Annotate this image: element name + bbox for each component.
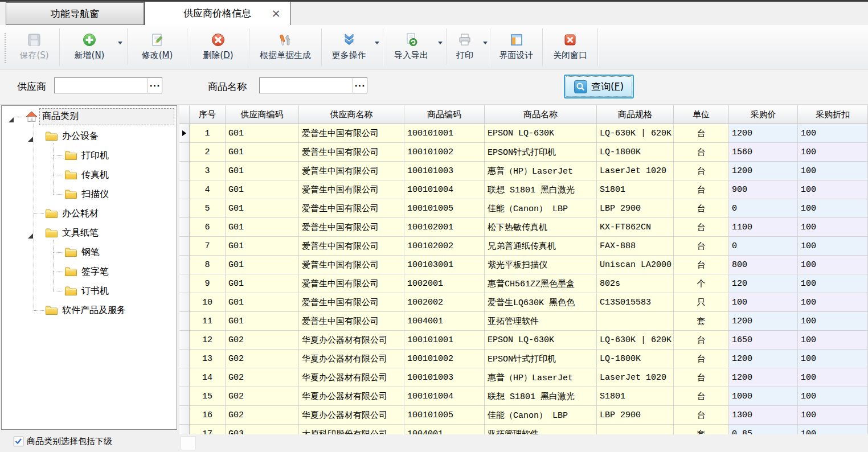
row-selector-cell[interactable]: [179, 406, 190, 425]
grid-cell[interactable]: 100: [798, 199, 868, 218]
row-selector-cell[interactable]: [179, 312, 190, 331]
grid-cell[interactable]: 华夏办公器材有限公司: [299, 387, 404, 406]
grid-column-header[interactable]: 商品名称: [485, 105, 597, 124]
grid-cell[interactable]: G01: [226, 312, 299, 331]
delete-button[interactable]: 删除(D): [187, 25, 249, 69]
product-filter-input[interactable]: [260, 78, 353, 93]
grid-cell[interactable]: 100101003: [404, 368, 485, 387]
grid-row[interactable]: 15G02华夏办公器材有限公司100101004联想 S1801 黑白激光S18…: [179, 387, 868, 406]
grid-cell[interactable]: 爱普生中国有限公司: [299, 293, 404, 312]
grid-cell[interactable]: 1100: [729, 218, 798, 237]
grid-cell[interactable]: G01: [226, 218, 299, 237]
grid-cell[interactable]: EPSON针式打印机: [485, 350, 597, 368]
grid-cell[interactable]: 900: [729, 180, 798, 199]
grid-cell[interactable]: LQ-1800K: [597, 350, 674, 368]
grid-row[interactable]: 7G01爱普生中国有限公司100102002兄弟普通纸传真机FAX-888台01…: [179, 237, 868, 256]
grid-row[interactable]: 12G02华夏办公器材有限公司100101001EPSON LQ-630KLQ-…: [179, 331, 868, 350]
grid-cell[interactable]: 台: [674, 350, 729, 368]
grid-cell[interactable]: [597, 312, 674, 331]
row-selector-cell[interactable]: [179, 256, 190, 274]
grid-cell[interactable]: 100: [798, 162, 868, 180]
grid-cell[interactable]: 10: [190, 293, 226, 312]
grid-cell[interactable]: 0: [729, 199, 798, 218]
grid-cell[interactable]: 100101004: [404, 387, 485, 406]
grid-cell[interactable]: 惠普（HP）LaserJet: [485, 162, 597, 180]
grid-row[interactable]: 5G01爱普生中国有限公司100101005佳能（Canon） LBPLBP 2…: [179, 199, 868, 218]
search-button[interactable]: 查询(F): [564, 75, 634, 98]
grid-cell[interactable]: 100: [798, 387, 868, 406]
grid-cell[interactable]: 2: [190, 143, 226, 162]
grid-cell[interactable]: 台: [674, 162, 729, 180]
grid-cell[interactable]: 台: [674, 237, 729, 256]
grid-cell[interactable]: 爱普生中国有限公司: [299, 199, 404, 218]
grid-cell[interactable]: 100: [798, 350, 868, 368]
grid-cell[interactable]: 台: [674, 218, 729, 237]
grid-cell[interactable]: 1200: [729, 350, 798, 368]
grid-cell[interactable]: G02: [226, 350, 299, 368]
grid-cell[interactable]: 100101003: [404, 162, 485, 180]
row-selector-cell[interactable]: [179, 368, 190, 387]
grid-row[interactable]: 3G01爱普生中国有限公司100101003惠普（HP）LaserJetLase…: [179, 162, 868, 180]
grid-cell[interactable]: 100101001: [404, 331, 485, 350]
grid-cell[interactable]: FAX-888: [597, 237, 674, 256]
tree-item[interactable]: 传真机: [81, 165, 109, 184]
grid-cell[interactable]: 100103001: [404, 256, 485, 274]
row-selector-cell[interactable]: [179, 143, 190, 162]
grid-cell[interactable]: C13S015583: [597, 293, 674, 312]
tree-expander-icon[interactable]: [28, 230, 33, 235]
grid-cell[interactable]: 紫光平板扫描仪: [485, 256, 597, 274]
grid-cell[interactable]: 7: [190, 237, 226, 256]
grid-cell[interactable]: 只: [674, 293, 729, 312]
grid-cell[interactable]: 爱普生LQ630K 黑色色: [485, 293, 597, 312]
grid-cell[interactable]: 台: [674, 180, 729, 199]
grid-cell[interactable]: 100101002: [404, 350, 485, 368]
supplier-lookup-button[interactable]: ...: [148, 78, 162, 93]
grid-cell[interactable]: 佳能（Canon） LBP: [485, 199, 597, 218]
grid-cell[interactable]: G02: [226, 331, 299, 350]
grid-cell[interactable]: EPSON LQ-630K: [485, 124, 597, 143]
grid-cell[interactable]: 爱普生中国有限公司: [299, 218, 404, 237]
grid-cell[interactable]: 1004001: [404, 312, 485, 331]
grid-row[interactable]: 10G01爱普生中国有限公司1002002爱普生LQ630K 黑色色C13S01…: [179, 293, 868, 312]
product-lookup-button[interactable]: ...: [353, 78, 367, 93]
import-export-button[interactable]: 导入导出: [383, 25, 446, 69]
grid-row[interactable]: 9G01爱普生中国有限公司1002001惠普CH561ZZ黑色墨盒802s个12…: [179, 274, 868, 293]
close-window-button[interactable]: 关闭窗口: [543, 25, 597, 69]
grid-cell[interactable]: G01: [226, 256, 299, 274]
tree-item[interactable]: 文具纸笔: [62, 223, 99, 243]
tab-supplier-price-info[interactable]: 供应商价格信息 ×: [144, 1, 290, 25]
grid-cell[interactable]: 100: [798, 180, 868, 199]
grid-cell[interactable]: 爱普生中国有限公司: [299, 143, 404, 162]
grid-column-header[interactable]: 采购价: [729, 105, 798, 124]
grid-cell[interactable]: 台: [674, 199, 729, 218]
grid-cell[interactable]: 3: [190, 162, 226, 180]
grid-cell[interactable]: G01: [226, 274, 299, 293]
grid-cell[interactable]: 联想 S1801 黑白激光: [485, 387, 597, 406]
grid-cell[interactable]: 100: [798, 293, 868, 312]
grid-row[interactable]: 2G01爱普生中国有限公司100101002EPSON针式打印机LQ-1800K…: [179, 143, 868, 162]
grid-cell[interactable]: 100: [798, 124, 868, 143]
grid-cell[interactable]: 爱普生中国有限公司: [299, 162, 404, 180]
grid-cell[interactable]: G02: [226, 368, 299, 387]
grid-cell[interactable]: 台: [674, 256, 729, 274]
grid-cell[interactable]: 兄弟普通纸传真机: [485, 237, 597, 256]
grid-cell[interactable]: G01: [226, 143, 299, 162]
row-selector-cell[interactable]: [179, 180, 190, 199]
grid-cell[interactable]: 惠普（HP）LaserJet: [485, 368, 597, 387]
grid-cell[interactable]: 100: [798, 143, 868, 162]
grid-cell[interactable]: 1200: [729, 368, 798, 387]
grid-cell[interactable]: 1002001: [404, 274, 485, 293]
save-button[interactable]: 保存(S): [9, 25, 59, 69]
grid-cell[interactable]: 100: [798, 274, 868, 293]
grid-cell[interactable]: 台: [674, 124, 729, 143]
tab-function-navigation[interactable]: 功能导航窗: [6, 2, 144, 25]
grid-cell[interactable]: 1560: [729, 143, 798, 162]
grid-cell[interactable]: 亚拓管理软件: [485, 312, 597, 331]
grid-column-header[interactable]: 供应商编码: [226, 105, 299, 124]
grid-cell[interactable]: G01: [226, 237, 299, 256]
grid-cell[interactable]: 100101004: [404, 180, 485, 199]
grid-cell[interactable]: 16: [190, 406, 226, 425]
grid-cell[interactable]: LQ-630K | 620K: [597, 124, 674, 143]
grid-cell[interactable]: Uniscan LA2000: [597, 256, 674, 274]
grid-cell[interactable]: 爱普生中国有限公司: [299, 180, 404, 199]
